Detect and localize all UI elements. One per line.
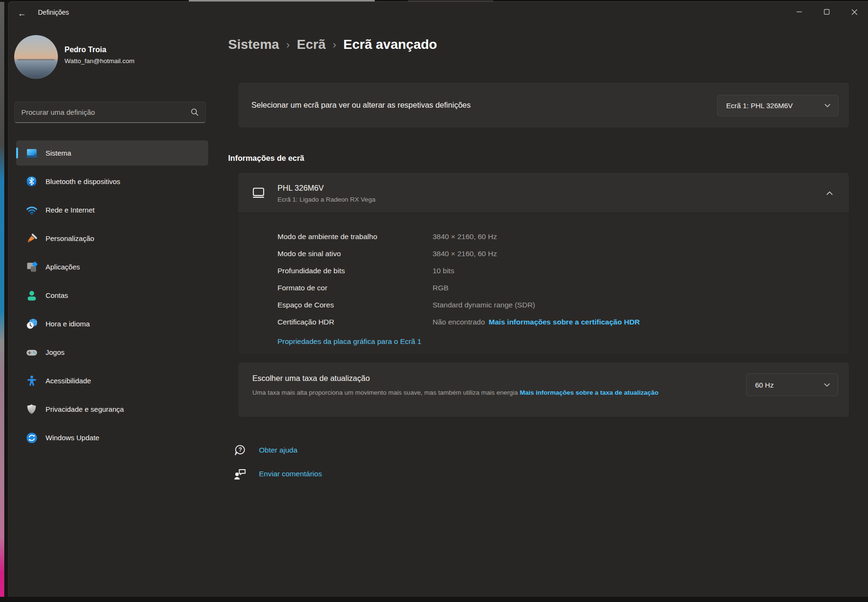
sidebar-item-label: Sistema [46,149,71,157]
refresh-rate-description: Uma taxa mais alta proporciona um movime… [252,388,660,398]
svg-text:?: ? [239,446,242,453]
breadcrumb-ecra[interactable]: Ecrã [297,37,326,52]
section-heading: Informações de ecrã [228,154,305,163]
detail-label: Formato de cor [277,279,433,296]
sidebar-item-sistema[interactable]: Sistema [16,140,208,166]
sidebar-item-label: Aplicações [46,263,80,271]
close-button[interactable] [840,2,868,22]
display-details: Modo de ambiente de trabalho3840 × 2160,… [238,213,849,354]
maximize-icon [824,9,830,15]
bluetooth-icon [25,175,38,188]
detail-value: 10 bits [433,267,454,275]
window-title: Definições [38,9,69,16]
detail-label: Modo de ambiente de trabalho [277,228,433,245]
sidebar-item-aplicacoes[interactable]: Aplicações [16,254,208,279]
detail-label: Espaço de Cores [277,296,433,314]
detail-label: Profundidade de bits [277,262,433,279]
close-icon [851,9,858,15]
gaming-icon [25,346,38,359]
selector-label: Selecionar um ecrã para ver ou alterar a… [251,83,471,128]
sidebar-item-contas[interactable]: Contas [16,283,208,308]
back-button[interactable]: ← [13,6,30,20]
desktop-edge-strip [0,2,4,597]
display-subtitle: Ecrã 1: Ligado a Radeon RX Vega [277,196,375,203]
sidebar-item-label: Acessibilidade [46,377,91,385]
detail-row: Espaço de CoresStandard dynamic range (S… [238,296,849,314]
gpu-properties-link[interactable]: Propriedades da placa gráfica para o Ecr… [277,337,421,345]
get-help-icon: ? [233,443,249,457]
display-selector-card: Selecionar um ecrã para ver ou alterar a… [238,82,850,128]
sidebar-item-label: Personalização [46,234,94,242]
detail-row: Certificação HDRNão encontradoMais infor… [238,314,849,331]
window-controls [785,2,868,22]
user-email: Watto_fan@hotmail.com [65,57,135,65]
network-icon [25,204,38,216]
sidebar-item-label: Bluetooth e dispositivos [46,177,120,185]
time-language-icon [25,317,38,330]
chevron-down-icon [824,103,831,108]
sidebar-item-personalizacao[interactable]: Personalização [16,226,208,251]
windows-update-icon [25,431,38,444]
titlebar: ← Definições [9,2,868,24]
search-icon[interactable] [191,108,199,116]
hdr-info-link[interactable]: Mais informações sobre a certificação HD… [489,318,640,326]
avatar-photo-detail [18,59,54,60]
screen-bottom-edge [0,597,868,602]
avatar [14,35,58,79]
detail-value: Não encontrado [433,318,485,326]
sidebar-item-jogos[interactable]: Jogos [16,340,208,365]
maximize-button[interactable] [813,2,840,22]
breadcrumb-separator: › [286,39,289,51]
sidebar-item-label: Windows Update [46,434,99,442]
chevron-down-icon [824,383,830,387]
search-box[interactable] [14,102,206,123]
detail-value: Standard dynamic range (SDR) [433,301,535,309]
gpu-link-row: Propriedades da placa gráfica para o Ecr… [238,333,849,350]
back-arrow-icon: ← [18,9,26,19]
get-help-link[interactable]: Obter ajuda [259,446,297,454]
sidebar-item-bluetooth[interactable]: Bluetooth e dispositivos [16,169,208,194]
detail-row: Profundidade de bits10 bits [238,262,849,279]
expander-collapse-button[interactable] [822,187,838,199]
privacy-icon [25,403,38,416]
sidebar-item-label: Rede e Internet [46,206,94,214]
window-shadow [4,2,8,597]
page-title: Ecrã avançado [343,37,437,52]
detail-row: Modo de ambiente de trabalho3840 × 2160,… [238,228,849,245]
apps-icon [25,260,38,273]
detail-value: 3840 × 2160, 60 Hz [433,232,497,241]
chevron-up-icon [826,191,833,195]
display-selector-dropdown[interactable]: Ecrã 1: PHL 326M6V [717,95,839,116]
settings-window: ← Definições Pedro Troia Watto_fan@hotma… [8,1,868,597]
breadcrumb-separator: › [332,39,336,51]
detail-label: Certificação HDR [277,314,433,331]
refresh-rate-info-link[interactable]: Mais informações sobre a taxa de atualiz… [520,389,659,396]
refresh-rate-title: Escolher uma taxa de atualização [252,374,370,383]
personalization-icon [25,232,38,245]
detail-value: RGB [433,284,449,292]
display-info-header[interactable]: PHL 326M6V Ecrã 1: Ligado a Radeon RX Ve… [238,173,849,213]
send-feedback-link[interactable]: Enviar comentários [259,470,322,478]
accessibility-icon [25,374,38,387]
minimize-button[interactable] [785,2,813,22]
feedback-row: Enviar comentários [233,467,322,481]
sidebar-item-rede[interactable]: Rede e Internet [16,197,208,222]
refresh-rate-dropdown[interactable]: 60 Hz [746,373,838,396]
breadcrumb-sistema[interactable]: Sistema [228,37,279,52]
sidebar-item-acessibilidade[interactable]: Acessibilidade [16,368,208,393]
breadcrumb: Sistema › Ecrã › Ecrã avançado [228,37,437,52]
detail-row: Formato de corRGB [238,279,849,296]
detail-label: Modo de sinal ativo [277,245,433,262]
dropdown-value: 60 Hz [747,381,824,389]
detail-row: Modo de sinal ativo3840 × 2160, 60 Hz [238,245,849,262]
sidebar-item-label: Contas [46,291,68,299]
search-input[interactable] [15,108,191,116]
dropdown-value: Ecrã 1: PHL 326M6V [718,102,824,110]
sidebar-item-hora-idioma[interactable]: Hora e idioma [16,311,208,336]
refresh-rate-description-text: Uma taxa mais alta proporciona um movime… [252,389,518,396]
user-name: Pedro Troia [65,46,106,54]
sidebar-item-privacidade[interactable]: Privacidade e segurança [16,397,208,422]
sidebar-item-windows-update[interactable]: Windows Update [16,425,208,450]
sidebar-item-label: Privacidade e segurança [46,405,124,413]
accounts-icon [25,289,38,302]
